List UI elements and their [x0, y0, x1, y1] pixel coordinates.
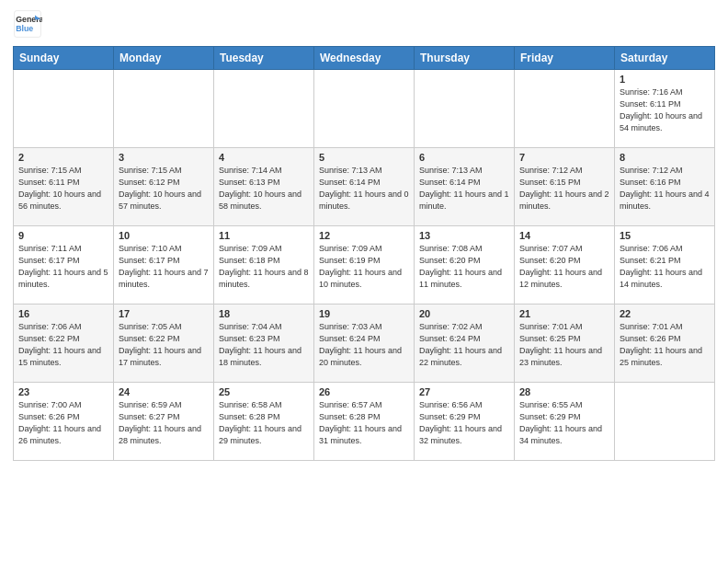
day-info: Sunrise: 7:02 AM Sunset: 6:24 PM Dayligh… [419, 321, 509, 369]
day-number: 11 [219, 230, 309, 241]
weekday-header-saturday: Saturday [615, 47, 715, 70]
calendar-cell: 20Sunrise: 7:02 AM Sunset: 6:24 PM Dayli… [415, 304, 515, 383]
calendar-cell: 23Sunrise: 7:00 AM Sunset: 6:26 PM Dayli… [14, 383, 114, 461]
calendar-cell: 16Sunrise: 7:06 AM Sunset: 6:22 PM Dayli… [14, 304, 114, 383]
day-number: 26 [319, 386, 409, 397]
day-info: Sunrise: 7:06 AM Sunset: 6:22 PM Dayligh… [18, 321, 108, 369]
calendar-cell: 25Sunrise: 6:58 AM Sunset: 6:28 PM Dayli… [214, 383, 314, 461]
day-info: Sunrise: 7:13 AM Sunset: 6:14 PM Dayligh… [419, 165, 509, 213]
calendar-cell [14, 70, 114, 148]
day-info: Sunrise: 6:58 AM Sunset: 6:28 PM Dayligh… [219, 399, 309, 447]
weekday-header-monday: Monday [114, 47, 214, 70]
day-number: 15 [620, 230, 710, 241]
calendar-cell: 19Sunrise: 7:03 AM Sunset: 6:24 PM Dayli… [314, 304, 415, 383]
day-number: 20 [419, 308, 509, 319]
day-number: 19 [319, 308, 409, 319]
day-info: Sunrise: 7:07 AM Sunset: 6:20 PM Dayligh… [519, 243, 609, 291]
calendar-cell: 7Sunrise: 7:12 AM Sunset: 6:15 PM Daylig… [515, 148, 615, 226]
day-number: 27 [419, 386, 509, 397]
calendar-cell: 22Sunrise: 7:01 AM Sunset: 6:26 PM Dayli… [615, 304, 715, 383]
svg-text:Blue: Blue [16, 24, 33, 33]
day-info: Sunrise: 7:00 AM Sunset: 6:26 PM Dayligh… [18, 399, 108, 447]
calendar-cell: 27Sunrise: 6:56 AM Sunset: 6:29 PM Dayli… [415, 383, 515, 461]
day-info: Sunrise: 7:09 AM Sunset: 6:18 PM Dayligh… [219, 243, 309, 291]
calendar-cell: 10Sunrise: 7:10 AM Sunset: 6:17 PM Dayli… [114, 226, 214, 304]
calendar-cell: 15Sunrise: 7:06 AM Sunset: 6:21 PM Dayli… [615, 226, 715, 304]
calendar-cell: 2Sunrise: 7:15 AM Sunset: 6:11 PM Daylig… [14, 148, 114, 226]
weekday-header-sunday: Sunday [14, 47, 114, 70]
calendar-cell: 12Sunrise: 7:09 AM Sunset: 6:19 PM Dayli… [314, 226, 415, 304]
calendar-cell: 24Sunrise: 6:59 AM Sunset: 6:27 PM Dayli… [114, 383, 214, 461]
day-info: Sunrise: 7:12 AM Sunset: 6:16 PM Dayligh… [620, 165, 710, 213]
day-number: 3 [119, 152, 209, 163]
calendar-cell: 11Sunrise: 7:09 AM Sunset: 6:18 PM Dayli… [214, 226, 314, 304]
day-number: 2 [18, 152, 108, 163]
week-row-4: 16Sunrise: 7:06 AM Sunset: 6:22 PM Dayli… [14, 304, 715, 383]
calendar-cell: 4Sunrise: 7:14 AM Sunset: 6:13 PM Daylig… [214, 148, 314, 226]
calendar-cell: 5Sunrise: 7:13 AM Sunset: 6:14 PM Daylig… [314, 148, 415, 226]
weekday-header-friday: Friday [515, 47, 615, 70]
day-info: Sunrise: 7:14 AM Sunset: 6:13 PM Dayligh… [219, 165, 309, 213]
day-number: 8 [620, 152, 710, 163]
day-number: 10 [119, 230, 209, 241]
calendar-cell [615, 383, 715, 461]
calendar-cell: 26Sunrise: 6:57 AM Sunset: 6:28 PM Dayli… [314, 383, 415, 461]
logo-icon: General Blue [13, 9, 42, 39]
calendar-cell [114, 70, 214, 148]
calendar-cell: 28Sunrise: 6:55 AM Sunset: 6:29 PM Dayli… [515, 383, 615, 461]
day-number: 16 [18, 308, 108, 319]
day-info: Sunrise: 7:03 AM Sunset: 6:24 PM Dayligh… [319, 321, 409, 369]
day-number: 13 [419, 230, 509, 241]
day-number: 6 [419, 152, 509, 163]
calendar-cell: 3Sunrise: 7:15 AM Sunset: 6:12 PM Daylig… [114, 148, 214, 226]
calendar-cell: 17Sunrise: 7:05 AM Sunset: 6:22 PM Dayli… [114, 304, 214, 383]
day-number: 24 [119, 386, 209, 397]
week-row-5: 23Sunrise: 7:00 AM Sunset: 6:26 PM Dayli… [14, 383, 715, 461]
week-row-3: 9Sunrise: 7:11 AM Sunset: 6:17 PM Daylig… [14, 226, 715, 304]
calendar-cell [314, 70, 415, 148]
week-row-1: 1Sunrise: 7:16 AM Sunset: 6:11 PM Daylig… [14, 70, 715, 148]
day-number: 7 [519, 152, 609, 163]
day-number: 9 [18, 230, 108, 241]
day-info: Sunrise: 7:09 AM Sunset: 6:19 PM Dayligh… [319, 243, 409, 291]
day-info: Sunrise: 6:56 AM Sunset: 6:29 PM Dayligh… [419, 399, 509, 447]
calendar-cell: 1Sunrise: 7:16 AM Sunset: 6:11 PM Daylig… [615, 70, 715, 148]
calendar-cell: 13Sunrise: 7:08 AM Sunset: 6:20 PM Dayli… [415, 226, 515, 304]
logo: General Blue [13, 9, 42, 39]
calendar-cell: 9Sunrise: 7:11 AM Sunset: 6:17 PM Daylig… [14, 226, 114, 304]
day-info: Sunrise: 7:06 AM Sunset: 6:21 PM Dayligh… [620, 243, 710, 291]
day-info: Sunrise: 7:15 AM Sunset: 6:11 PM Dayligh… [18, 165, 108, 213]
day-number: 21 [519, 308, 609, 319]
day-number: 5 [319, 152, 409, 163]
day-info: Sunrise: 6:59 AM Sunset: 6:27 PM Dayligh… [119, 399, 209, 447]
day-info: Sunrise: 7:10 AM Sunset: 6:17 PM Dayligh… [119, 243, 209, 291]
day-number: 25 [219, 386, 309, 397]
day-number: 17 [119, 308, 209, 319]
day-info: Sunrise: 7:13 AM Sunset: 6:14 PM Dayligh… [319, 165, 409, 213]
day-info: Sunrise: 7:01 AM Sunset: 6:26 PM Dayligh… [620, 321, 710, 369]
day-info: Sunrise: 7:01 AM Sunset: 6:25 PM Dayligh… [519, 321, 609, 369]
day-number: 12 [319, 230, 409, 241]
day-number: 22 [620, 308, 710, 319]
day-info: Sunrise: 7:16 AM Sunset: 6:11 PM Dayligh… [620, 86, 710, 134]
calendar-cell: 18Sunrise: 7:04 AM Sunset: 6:23 PM Dayli… [214, 304, 314, 383]
day-info: Sunrise: 6:55 AM Sunset: 6:29 PM Dayligh… [519, 399, 609, 447]
calendar-cell: 6Sunrise: 7:13 AM Sunset: 6:14 PM Daylig… [415, 148, 515, 226]
weekday-header-tuesday: Tuesday [214, 47, 314, 70]
week-row-2: 2Sunrise: 7:15 AM Sunset: 6:11 PM Daylig… [14, 148, 715, 226]
calendar-cell: 21Sunrise: 7:01 AM Sunset: 6:25 PM Dayli… [515, 304, 615, 383]
day-number: 23 [18, 386, 108, 397]
header: General Blue [13, 9, 715, 39]
calendar-table: SundayMondayTuesdayWednesdayThursdayFrid… [13, 46, 715, 461]
weekday-header-thursday: Thursday [415, 47, 515, 70]
weekday-header-wednesday: Wednesday [314, 47, 415, 70]
day-info: Sunrise: 7:05 AM Sunset: 6:22 PM Dayligh… [119, 321, 209, 369]
calendar-cell [515, 70, 615, 148]
day-number: 18 [219, 308, 309, 319]
day-number: 14 [519, 230, 609, 241]
day-info: Sunrise: 6:57 AM Sunset: 6:28 PM Dayligh… [319, 399, 409, 447]
day-info: Sunrise: 7:12 AM Sunset: 6:15 PM Dayligh… [519, 165, 609, 213]
weekday-header-row: SundayMondayTuesdayWednesdayThursdayFrid… [14, 47, 715, 70]
day-number: 1 [620, 74, 710, 85]
day-number: 28 [519, 386, 609, 397]
